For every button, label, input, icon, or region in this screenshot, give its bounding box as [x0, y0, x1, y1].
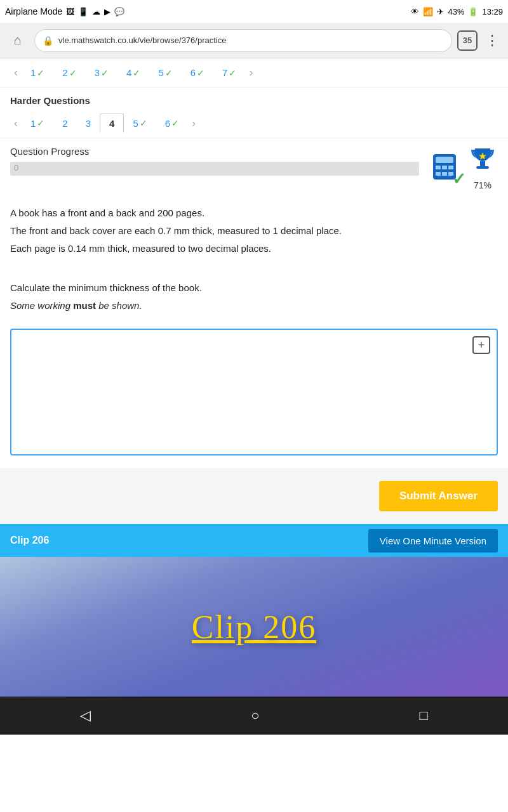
percent-label: 71%	[467, 180, 498, 190]
back-button[interactable]: ◁	[80, 707, 91, 724]
home-button[interactable]: ⌂	[6, 29, 29, 52]
add-image-button[interactable]: +	[472, 336, 490, 354]
q-regular-4[interactable]: 4✓	[117, 63, 149, 82]
progress-icons: ✓ 71%	[429, 146, 498, 190]
status-bar: Airplane Mode 🖼 📱 ☁ ▶ 💬 👁 📶 ✈ 43% 🔋 13:2…	[0, 0, 508, 23]
harder-next-arrow[interactable]: ›	[188, 117, 199, 130]
clip-title: Clip 206	[192, 608, 317, 646]
progress-area: Question Progress 0 ✓	[0, 138, 508, 198]
time-label: 13:29	[482, 7, 503, 16]
progress-value: 0	[14, 163, 18, 173]
home-nav-button[interactable]: ○	[251, 707, 259, 724]
calculator-check: ✓	[452, 171, 466, 187]
q-line5: Calculate the minimum thickness of the b…	[10, 280, 498, 296]
harder-questions-row: ‹ 1✓ 2 3 4 5✓ 6✓ ›	[0, 108, 508, 138]
status-left: Airplane Mode 🖼 📱 ☁ ▶ 💬	[5, 6, 124, 16]
q-line2: The front and back cover are each 0.7 mm…	[10, 223, 498, 239]
question-text: A book has a front and a back and 200 pa…	[0, 198, 508, 324]
eye-icon: 👁	[411, 7, 419, 16]
q-line6-bold: must	[73, 300, 96, 311]
lock-icon: 🔒	[43, 36, 53, 46]
q-spacer	[10, 259, 498, 274]
q-harder-5[interactable]: 5✓	[124, 114, 156, 133]
extra-icon: 💬	[114, 7, 124, 16]
answer-box-wrap: +	[0, 324, 508, 461]
next-arrow[interactable]: ›	[245, 66, 257, 79]
q-line6-italic: Some working	[10, 300, 73, 311]
url-text: vle.mathswatch.co.uk/vle/browse/376/prac…	[58, 36, 226, 45]
airplane-mode-label: Airplane Mode	[5, 6, 62, 16]
q-regular-5[interactable]: 5✓	[149, 63, 181, 82]
q-line6-end: be shown.	[96, 300, 142, 311]
video-icon: ▶	[104, 7, 110, 16]
battery-icon: 🔋	[468, 7, 478, 16]
airplane-icon: ✈	[437, 7, 444, 16]
q-line6: Some working must be shown.	[10, 298, 498, 313]
main-content: ‹ 1✓ 2✓ 3✓ 4✓ 5✓ 6✓ 7✓ › Harder Question…	[0, 58, 508, 524]
cloud-icon: ☁	[92, 7, 100, 16]
submit-answer-button[interactable]: Submit Answer	[379, 481, 498, 511]
q-regular-7[interactable]: 7✓	[213, 63, 245, 82]
q-line3: Each page is 0.14 mm thick, measured to …	[10, 241, 498, 256]
view-one-minute-button[interactable]: View One Minute Version	[368, 529, 498, 553]
submit-area: Submit Answer	[0, 468, 508, 524]
svg-rect-8	[480, 161, 485, 166]
calculator-icon-wrapper: ✓	[429, 152, 460, 185]
q-harder-2[interactable]: 2	[53, 114, 76, 133]
recents-button[interactable]: □	[420, 707, 428, 724]
harder-prev-arrow[interactable]: ‹	[10, 117, 22, 130]
regular-questions-row: ‹ 1✓ 2✓ 3✓ 4✓ 5✓ 6✓ 7✓ ›	[0, 58, 508, 88]
svg-rect-6	[442, 172, 447, 176]
trophy-wrapper: 71%	[467, 146, 498, 190]
prev-arrow[interactable]: ‹	[10, 66, 22, 79]
facebook-icon: 🖼	[66, 7, 74, 16]
q-regular-2[interactable]: 2✓	[53, 63, 85, 82]
progress-label: Question Progress	[10, 146, 419, 157]
url-bar[interactable]: 🔒 vle.mathswatch.co.uk/vle/browse/376/pr…	[34, 29, 452, 52]
svg-rect-5	[436, 172, 441, 176]
browser-bar: ⌂ 🔒 vle.mathswatch.co.uk/vle/browse/376/…	[0, 23, 508, 58]
svg-rect-2	[436, 166, 441, 169]
q-harder-4[interactable]: 4	[100, 114, 124, 133]
bottom-nav: ◁ ○ □	[0, 697, 508, 735]
menu-button[interactable]: ⋮	[483, 32, 502, 49]
q-harder-6[interactable]: 6✓	[156, 114, 188, 133]
trophy-icon	[467, 146, 498, 176]
q-regular-1[interactable]: 1✓	[22, 63, 53, 82]
phone-icon: 📱	[78, 7, 88, 16]
q-harder-1[interactable]: 1✓	[22, 114, 53, 133]
q-harder-3[interactable]: 3	[77, 114, 100, 133]
wifi-icon: 📶	[423, 7, 433, 16]
q-line1: A book has a front and a back and 200 pa…	[10, 206, 498, 221]
battery-label: 43%	[448, 7, 464, 16]
tab-count[interactable]: 35	[457, 30, 478, 51]
q-regular-6[interactable]: 6✓	[182, 63, 213, 82]
q-regular-3[interactable]: 3✓	[86, 63, 117, 82]
progress-bar: 0	[10, 162, 419, 176]
harder-questions-label: Harder Questions	[0, 88, 508, 108]
answer-box[interactable]: +	[10, 329, 498, 455]
svg-rect-9	[476, 166, 489, 169]
status-right: 👁 📶 ✈ 43% 🔋 13:29	[411, 7, 503, 16]
svg-rect-3	[442, 166, 447, 169]
clip-bar: Clip 206 View One Minute Version	[0, 524, 508, 557]
video-thumbnail[interactable]: Clip 206	[0, 557, 508, 697]
svg-rect-1	[436, 157, 453, 163]
clip-label: Clip 206	[10, 535, 49, 546]
progress-left: Question Progress 0	[10, 146, 419, 176]
